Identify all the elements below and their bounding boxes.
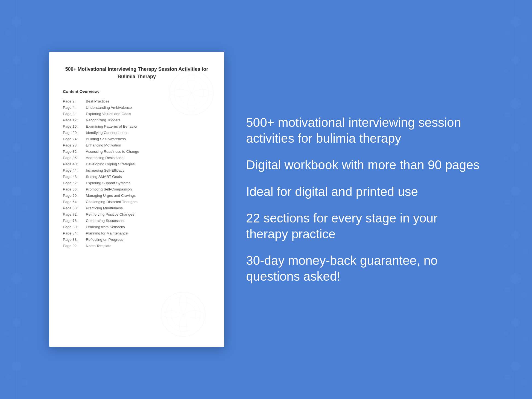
floral-decoration-right bbox=[488, 0, 532, 399]
toc-page-title: Best Practices bbox=[86, 99, 109, 103]
toc-page-title: Promoting Self-Compassion bbox=[86, 187, 132, 191]
svg-point-45 bbox=[504, 244, 508, 248]
svg-point-41 bbox=[511, 186, 521, 196]
toc-page-title: Increasing Self-Efficacy bbox=[86, 168, 124, 172]
svg-point-9 bbox=[21, 117, 28, 124]
toc-page-number: Page 36: bbox=[63, 156, 85, 160]
toc-item: Page 36:Addressing Resistance bbox=[63, 155, 211, 161]
toc-item: Page 12:Recognizing Triggers bbox=[63, 117, 211, 123]
toc-item: Page 48:Setting SMART Goals bbox=[63, 174, 211, 180]
svg-point-33 bbox=[504, 69, 508, 73]
svg-point-7 bbox=[11, 98, 22, 109]
toc-page-number: Page 28: bbox=[63, 143, 85, 147]
toc-page-title: Recognizing Triggers bbox=[86, 118, 121, 122]
svg-point-23 bbox=[5, 331, 9, 336]
toc-item: Page 24:Building Self-Awareness bbox=[63, 136, 211, 142]
toc-page-number: Page 68: bbox=[63, 206, 85, 210]
svg-point-25 bbox=[11, 361, 21, 371]
toc-page-number: Page 52: bbox=[63, 181, 85, 185]
toc-page-number: Page 80: bbox=[63, 225, 85, 229]
svg-point-51 bbox=[504, 331, 508, 336]
toc-page-title: Reinforcing Positive Changes bbox=[86, 212, 134, 216]
toc-item: Page 20:Identifying Consequences bbox=[63, 130, 211, 136]
toc-page-title: Addressing Resistance bbox=[86, 156, 124, 160]
toc-page-number: Page 56: bbox=[63, 187, 85, 191]
feature-item-5: 30-day money-back guarantee, no question… bbox=[246, 253, 483, 284]
svg-point-49 bbox=[521, 292, 527, 298]
svg-point-39 bbox=[504, 156, 508, 161]
svg-point-60 bbox=[166, 297, 200, 331]
toc-page-number: Page 44: bbox=[63, 168, 85, 172]
toc-item: Page 32:Assessing Readiness to Change bbox=[63, 148, 211, 155]
toc-item: Page 68:Practicing Mindfulness bbox=[63, 205, 211, 211]
feature-item-1: 500+ motivational interviewing session a… bbox=[246, 115, 483, 146]
svg-point-46 bbox=[522, 249, 528, 254]
svg-point-37 bbox=[521, 117, 527, 124]
svg-point-59 bbox=[161, 292, 205, 336]
toc-list: Page 2:Best PracticesPage 4:Understandin… bbox=[63, 98, 211, 249]
document-mockup: 500+ Motivational Interviewing Therapy S… bbox=[49, 52, 224, 347]
toc-page-number: Page 2: bbox=[63, 99, 85, 103]
toc-page-title: Enhancing Motivation bbox=[86, 143, 121, 147]
toc-page-title: Setting SMART Goals bbox=[86, 175, 122, 179]
toc-item: Page 88:Reflecting on Progress bbox=[63, 236, 211, 243]
feature-item-4: 22 sections for every stage in your ther… bbox=[246, 210, 483, 242]
features-panel: 500+ motivational interviewing session a… bbox=[246, 115, 483, 284]
svg-point-32 bbox=[511, 56, 520, 64]
toc-header: Content Overview: bbox=[63, 89, 211, 94]
toc-item: Page 72:Reinforcing Positive Changes bbox=[63, 211, 211, 218]
toc-page-title: Exploring Support Systems bbox=[86, 181, 130, 185]
toc-page-number: Page 88: bbox=[63, 237, 85, 242]
toc-item: Page 8:Exploring Values and Goals bbox=[63, 111, 211, 117]
watermark-bottom bbox=[159, 290, 208, 339]
svg-point-61 bbox=[171, 302, 195, 327]
svg-point-35 bbox=[510, 98, 521, 109]
toc-item: Page 64:Challenging Distorted Thoughts bbox=[63, 199, 211, 205]
svg-point-3 bbox=[21, 35, 28, 42]
toc-page-number: Page 60: bbox=[63, 193, 85, 198]
toc-page-title: Practicing Mindfulness bbox=[86, 206, 123, 210]
svg-point-8 bbox=[5, 112, 11, 118]
toc-page-title: Learning from Setbacks bbox=[86, 225, 125, 229]
svg-point-17 bbox=[5, 244, 9, 248]
toc-item: Page 52:Exploring Support Systems bbox=[63, 180, 211, 186]
svg-point-48 bbox=[505, 287, 510, 292]
toc-page-number: Page 92: bbox=[63, 244, 85, 248]
toc-page-title: Reflecting on Progress bbox=[86, 237, 123, 242]
svg-point-14 bbox=[5, 200, 11, 205]
svg-point-40 bbox=[522, 161, 528, 167]
svg-point-24 bbox=[23, 336, 29, 342]
toc-item: Page 92:Notes Template bbox=[63, 243, 211, 249]
toc-page-number: Page 20: bbox=[63, 131, 85, 135]
svg-point-5 bbox=[5, 69, 9, 73]
svg-point-42 bbox=[505, 200, 510, 205]
toc-item: Page 44:Increasing Self-Efficacy bbox=[63, 167, 211, 174]
toc-page-number: Page 4: bbox=[63, 105, 85, 110]
toc-item: Page 28:Enhancing Motivation bbox=[63, 142, 211, 148]
content-area: 500+ Motivational Interviewing Therapy S… bbox=[0, 36, 532, 363]
toc-item: Page 56:Promoting Self-Compassion bbox=[63, 186, 211, 192]
svg-point-26 bbox=[5, 374, 11, 380]
svg-point-30 bbox=[505, 30, 510, 36]
toc-page-title: Planning for Maintenance bbox=[86, 231, 128, 235]
toc-page-title: Celebrating Successes bbox=[86, 219, 124, 223]
toc-item: Page 84:Planning for Maintenance bbox=[63, 230, 211, 236]
svg-point-34 bbox=[522, 74, 528, 79]
svg-point-19 bbox=[11, 273, 22, 284]
toc-page-number: Page 84: bbox=[63, 231, 85, 235]
toc-item: Page 40:Developing Coping Strategies bbox=[63, 161, 211, 167]
svg-point-44 bbox=[511, 231, 520, 239]
svg-point-1 bbox=[11, 17, 21, 27]
toc-page-number: Page 48: bbox=[63, 175, 85, 179]
svg-point-20 bbox=[5, 287, 11, 292]
svg-point-2 bbox=[5, 30, 11, 36]
toc-item: Page 2:Best Practices bbox=[63, 98, 211, 104]
toc-item: Page 80:Learning from Setbacks bbox=[63, 224, 211, 230]
svg-point-15 bbox=[21, 204, 28, 211]
feature-item-2: Digital workbook with more than 90 pages bbox=[246, 157, 483, 173]
svg-point-16 bbox=[12, 231, 21, 239]
toc-page-number: Page 32: bbox=[63, 149, 85, 154]
toc-page-title: Challenging Distorted Thoughts bbox=[86, 200, 138, 204]
toc-page-title: Identifying Consequences bbox=[86, 131, 128, 135]
toc-page-number: Page 8: bbox=[63, 112, 85, 116]
